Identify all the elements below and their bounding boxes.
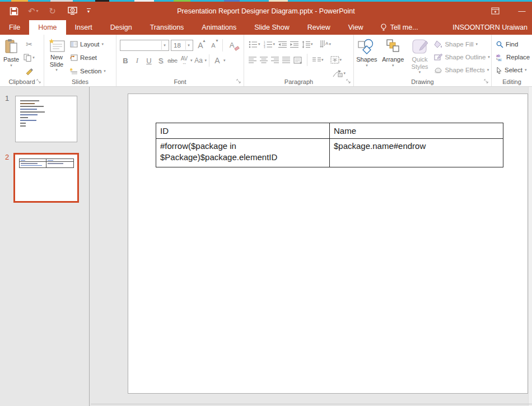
slide-thumbnail-panel: 1 2 <box>0 87 90 406</box>
font-color-button[interactable]: A <box>212 55 223 67</box>
ribbon-display-options-icon[interactable] <box>489 6 501 17</box>
redo-button[interactable]: ↻ <box>46 5 59 17</box>
slide-table[interactable]: ID Name #forrow($package in $Package)$pa… <box>156 123 503 167</box>
ribbon-tab-row: File Home Insert Design Transitions Anim… <box>0 20 532 35</box>
find-button[interactable]: Find <box>495 38 532 50</box>
drawing-dialog-launcher-icon[interactable] <box>484 79 489 85</box>
save-icon[interactable] <box>8 5 20 17</box>
start-slideshow-icon[interactable] <box>67 5 79 17</box>
slide-canvas[interactable]: ID Name #forrow($package in $Package)$pa… <box>128 94 528 394</box>
font-name-dropdown-icon[interactable]: ▾ <box>161 41 167 50</box>
tab-design[interactable]: Design <box>101 20 141 35</box>
drawing-group-label: Drawing <box>354 78 491 85</box>
select-icon <box>496 67 502 74</box>
clipboard-dialog-launcher-icon[interactable] <box>36 79 42 85</box>
align-center-button[interactable] <box>260 57 268 63</box>
character-spacing-button[interactable]: AV↔ <box>179 55 190 67</box>
select-label: Select <box>505 67 522 73</box>
decrease-indent-button[interactable] <box>278 41 287 48</box>
line-spacing-button[interactable]: ▾ <box>302 41 313 48</box>
decrease-font-size-button[interactable]: A▼ <box>208 39 219 51</box>
minimize-button[interactable]: — <box>516 6 528 17</box>
cut-icon[interactable]: ✂ <box>22 38 36 50</box>
title-bar: ↶▾ ↻ ▾ Presentation Report Designer Diag… <box>0 2 532 20</box>
align-left-button[interactable] <box>249 57 256 63</box>
slide-1-number: 1 <box>5 94 9 102</box>
shape-fill-label: Shape Fill <box>445 41 473 48</box>
tab-home[interactable]: Home <box>29 20 66 35</box>
tab-view[interactable]: View <box>339 20 372 35</box>
copy-icon[interactable]: ▾ <box>22 52 36 64</box>
clear-formatting-button[interactable]: A <box>226 39 237 51</box>
replace-button[interactable]: abac Replace <box>495 51 532 63</box>
svg-text:3: 3 <box>264 46 265 48</box>
lightbulb-icon <box>380 24 387 32</box>
layout-button[interactable]: Layout ▾ <box>69 38 115 50</box>
account-name[interactable]: INSOONTORN Uraiwan <box>452 20 528 35</box>
reset-label: Reset <box>80 54 97 61</box>
svg-text:A: A <box>325 41 329 46</box>
shape-fill-icon <box>434 40 442 48</box>
justify-button[interactable] <box>282 57 290 63</box>
font-size-combobox[interactable]: 18 ▾ <box>171 40 193 51</box>
strikethrough-button[interactable]: abc <box>167 55 178 67</box>
font-size-dropdown-icon[interactable]: ▾ <box>185 41 192 50</box>
format-painter-icon[interactable] <box>22 65 36 77</box>
change-case-button[interactable]: Aa <box>193 55 204 67</box>
ribbon: Paste ▾ ✂ ▾ Clipboard New <box>0 35 532 87</box>
font-name-combobox[interactable]: ▾ <box>120 40 169 51</box>
table-header-name[interactable]: Name <box>330 123 503 139</box>
convert-to-smartart-button[interactable]: ▾ <box>333 69 346 77</box>
vertical-scrollbar[interactable] <box>528 87 532 406</box>
select-button[interactable]: Select ▾ <box>495 64 532 76</box>
increase-font-size-button[interactable]: A▲ <box>195 39 206 51</box>
status-bar-edge <box>91 404 532 404</box>
tab-review[interactable]: Review <box>298 20 339 35</box>
quick-access-toolbar: ↶▾ ↻ ▾ <box>0 5 91 17</box>
svg-text:ac: ac <box>498 58 502 61</box>
layout-icon <box>70 41 78 48</box>
slide-1-thumbnail[interactable] <box>15 96 77 142</box>
underline-button[interactable]: U <box>143 55 155 67</box>
tab-file[interactable]: File <box>0 20 29 35</box>
shape-fill-button[interactable]: Shape Fill ▾ <box>433 38 491 50</box>
table-cell-id[interactable]: #forrow($package in $Package)$package.el… <box>156 139 330 167</box>
replace-icon: abac <box>496 54 504 61</box>
shape-effects-button[interactable]: Shape Effects ▾ <box>433 64 491 76</box>
shape-outline-button[interactable]: Shape Outline ▾ <box>433 51 491 63</box>
section-button[interactable]: Section ▾ <box>69 65 115 77</box>
font-dialog-launcher-icon[interactable] <box>236 79 242 85</box>
bold-button[interactable]: B <box>120 55 131 67</box>
customize-qat-dropdown-icon[interactable]: ▾ <box>87 8 91 14</box>
table-cell-name[interactable]: $package.name#endrow <box>330 139 503 167</box>
bullets-button[interactable]: ▾ <box>249 41 260 48</box>
italic-button[interactable]: I <box>132 55 143 67</box>
distribute-text-button[interactable] <box>293 57 302 64</box>
reset-button[interactable]: Reset <box>69 52 115 64</box>
paragraph-dialog-launcher-icon[interactable] <box>346 79 352 85</box>
tab-animations[interactable]: Animations <box>193 20 245 35</box>
paragraph-group-label: Paragraph <box>244 78 353 85</box>
columns-button[interactable]: ▾ <box>312 57 324 63</box>
tab-transitions[interactable]: Transitions <box>141 20 193 35</box>
reset-icon <box>70 54 78 61</box>
table-header-id[interactable]: ID <box>156 123 330 139</box>
shape-outline-icon <box>434 53 442 61</box>
numbering-button[interactable]: 123 ▾ <box>264 41 276 48</box>
tab-slide-show[interactable]: Slide Show <box>245 20 298 35</box>
align-text-button[interactable]: ▾ <box>330 56 342 64</box>
svg-text:ab: ab <box>496 54 501 58</box>
align-right-button[interactable] <box>271 57 279 63</box>
slide-2-thumbnail[interactable] <box>13 153 79 203</box>
tab-insert[interactable]: Insert <box>66 20 101 35</box>
undo-dropdown-icon[interactable]: ▾ <box>36 9 39 13</box>
new-slide-label: New Slide <box>44 54 69 68</box>
increase-indent-button[interactable] <box>290 41 298 48</box>
undo-button[interactable]: ↶▾ <box>28 6 39 16</box>
text-shadow-button[interactable]: S <box>155 55 166 67</box>
tell-me-label: Tell me... <box>390 24 418 31</box>
text-direction-button[interactable]: A ▾ <box>320 40 332 48</box>
tell-me-box[interactable]: Tell me... <box>372 20 426 35</box>
slide-2-mini-table <box>19 158 74 168</box>
font-size-value: 18 <box>174 42 181 49</box>
